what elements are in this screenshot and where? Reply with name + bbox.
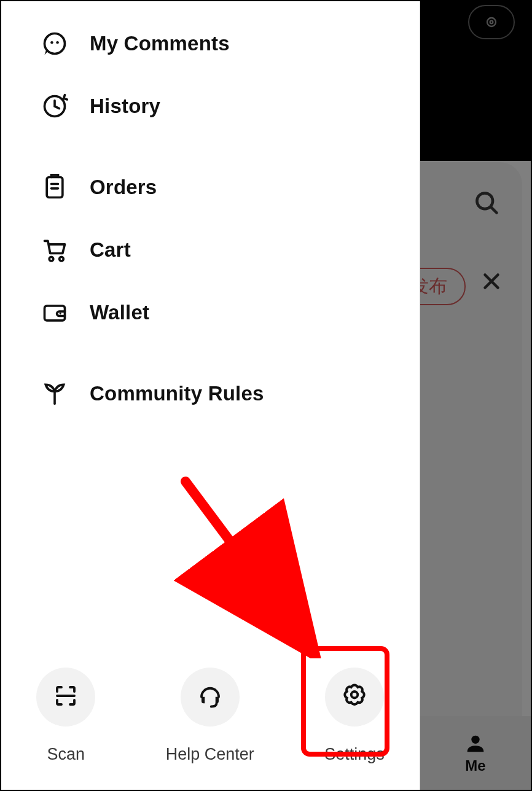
comment-icon — [39, 28, 70, 59]
history-icon — [39, 91, 70, 122]
menu-item-label: Cart — [90, 238, 131, 262]
side-drawer: My Comments History Orders Cart Wa — [1, 1, 420, 790]
help-center-button[interactable]: Help Center — [166, 668, 254, 764]
bottom-item-label: Help Center — [166, 745, 254, 764]
bottom-item-label: Settings — [324, 745, 385, 764]
bottom-item-label: Scan — [47, 745, 85, 764]
menu-item-label: Community Rules — [90, 382, 264, 405]
menu-item-label: History — [90, 95, 160, 118]
headset-icon — [197, 683, 223, 711]
settings-icon — [342, 683, 367, 711]
scan-button[interactable]: Scan — [36, 668, 95, 764]
svg-point-19 — [351, 692, 358, 698]
orders-icon — [39, 172, 70, 203]
menu-item-history[interactable]: History — [1, 75, 420, 138]
menu-item-label: Wallet — [90, 301, 149, 324]
wallet-icon — [39, 297, 70, 328]
svg-point-15 — [60, 257, 64, 261]
svg-point-17 — [60, 313, 61, 314]
menu-item-my-comments[interactable]: My Comments — [1, 12, 420, 75]
svg-point-8 — [50, 41, 53, 44]
menu-item-orders[interactable]: Orders — [1, 156, 420, 219]
menu-item-community-rules[interactable]: Community Rules — [1, 362, 420, 425]
menu-item-label: My Comments — [90, 32, 230, 55]
cart-icon — [39, 235, 70, 265]
scan-icon — [53, 683, 79, 711]
sprout-icon — [39, 378, 70, 409]
svg-point-14 — [49, 257, 53, 261]
menu-item-cart[interactable]: Cart — [1, 219, 420, 281]
svg-rect-16 — [45, 306, 65, 321]
settings-button[interactable]: Settings — [324, 668, 385, 764]
svg-point-9 — [56, 41, 58, 44]
menu-item-wallet[interactable]: Wallet — [1, 281, 420, 344]
menu-item-label: Orders — [90, 176, 157, 199]
